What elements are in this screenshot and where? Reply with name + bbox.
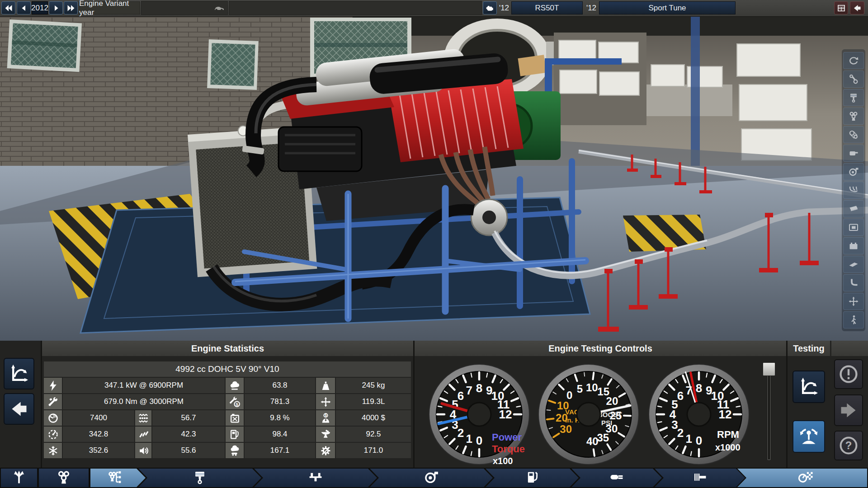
loudness-icon xyxy=(135,443,151,458)
stat-cooling: 352.6 xyxy=(63,443,134,458)
svg-text:1: 1 xyxy=(466,432,472,446)
toolbar-headers-button[interactable] xyxy=(843,182,864,199)
dyno-control-button[interactable] xyxy=(793,420,825,453)
max-rpm-icon xyxy=(44,410,62,426)
testing-header: Testing xyxy=(788,341,830,356)
toolbar-walk-button[interactable] xyxy=(843,311,864,328)
tab-top-end[interactable] xyxy=(254,469,377,487)
dyno-control-icon xyxy=(799,427,819,446)
next-button[interactable] xyxy=(834,394,863,426)
dyno-graph-icon xyxy=(799,377,819,397)
back-button[interactable] xyxy=(850,1,864,14)
throttle-slider-handle[interactable] xyxy=(763,362,775,376)
svg-text:6: 6 xyxy=(458,389,464,403)
double-left-arrow-icon xyxy=(4,4,13,13)
torque-icon xyxy=(44,394,62,409)
toolbar-valve-cover-button[interactable] xyxy=(843,200,864,217)
svg-text:35: 35 xyxy=(597,432,609,444)
svg-text:8: 8 xyxy=(696,381,702,395)
cooling-icon xyxy=(44,443,62,458)
tab-engine-family[interactable] xyxy=(39,469,89,487)
battery-icon xyxy=(848,240,859,251)
tab-finish[interactable] xyxy=(655,469,745,487)
svg-text:20: 20 xyxy=(606,395,618,407)
back-arrow-icon xyxy=(853,4,862,13)
airbox-icon xyxy=(848,148,859,159)
dyno-graph-button[interactable] xyxy=(4,358,34,389)
car-model-segment xyxy=(141,1,228,15)
viewport-scene: DANGER xyxy=(0,17,868,341)
engine-button[interactable] xyxy=(483,1,497,14)
svg-text:2: 2 xyxy=(677,426,684,440)
variant-name-button[interactable]: Sport Tune xyxy=(599,1,736,14)
engine-testing-controls-panel: Engine Testing Controls 0123456789101112… xyxy=(415,341,786,468)
pipe-boot-icon xyxy=(848,277,859,288)
walk-person-icon xyxy=(848,314,859,325)
help-button[interactable] xyxy=(834,431,863,460)
variant-year-badge: '12 xyxy=(585,1,598,14)
throttle-slider-track[interactable] xyxy=(768,364,770,460)
testing-controls-header: Engine Testing Controls xyxy=(415,341,786,356)
service-cost-icon xyxy=(226,394,244,409)
tab-testing[interactable] xyxy=(737,469,867,487)
toolbar-move-button[interactable] xyxy=(843,293,864,310)
fuel-pump-icon xyxy=(524,469,540,485)
toolbar-pulley-button[interactable] xyxy=(843,126,864,143)
svg-text:x100: x100 xyxy=(493,456,513,466)
year-nav-label: Engine Variant year xyxy=(79,1,140,14)
year-prev-button[interactable] xyxy=(17,1,31,14)
back-to-design-button[interactable] xyxy=(4,393,34,425)
stat-max-rpm: 7400 xyxy=(63,410,134,426)
tab-fuel-system[interactable] xyxy=(486,469,579,487)
spreadsheet-icon xyxy=(837,4,846,13)
year-next-button[interactable] xyxy=(49,1,63,14)
toolbar-body-panel-button[interactable] xyxy=(843,256,864,273)
toolbar-airbox-button[interactable] xyxy=(843,145,864,162)
dyno-curves-button[interactable] xyxy=(793,371,825,403)
tab-engine-selector[interactable] xyxy=(1,469,37,487)
summary-button[interactable] xyxy=(834,1,848,14)
tab-bottom-end[interactable] xyxy=(138,469,261,487)
toolbar-pipe-boot-button[interactable] xyxy=(843,274,864,291)
svg-text:12: 12 xyxy=(499,408,512,421)
exhaust-icon xyxy=(609,469,624,485)
stat-octane: 98.4 xyxy=(245,427,315,442)
engine-block-icon xyxy=(848,111,859,122)
warning-button[interactable] xyxy=(834,359,863,389)
throttle-slider[interactable] xyxy=(763,362,774,461)
valve-cover-icon xyxy=(848,203,859,214)
right-arrow-icon xyxy=(52,4,60,12)
tab-aspiration[interactable] xyxy=(370,469,493,487)
svg-text:0: 0 xyxy=(696,434,702,447)
next-arrow-icon xyxy=(839,400,859,420)
engine-statistics-panel: Engine Statistics 4992 cc DOHC 5V 90° V1… xyxy=(42,341,413,468)
engine-family-button[interactable]: RS50T xyxy=(511,1,583,14)
engine-statistics-table: 4992 cc DOHC 5V 90° V10 347.1 kW @ 6900R… xyxy=(44,361,411,458)
engine-test-viewport[interactable]: DANGER xyxy=(0,17,868,341)
year-last-button[interactable] xyxy=(64,1,78,14)
pulley-icon xyxy=(848,129,859,140)
stat-economy: 63.8 xyxy=(245,378,315,393)
tab-exhaust[interactable] xyxy=(571,469,662,487)
engine-statistics-header: Engine Statistics xyxy=(42,341,413,356)
toolbar-battery-button[interactable] xyxy=(843,237,864,254)
trim-segment xyxy=(229,1,482,15)
smoothness-icon xyxy=(135,427,151,442)
svg-text:5: 5 xyxy=(577,383,583,395)
toolbar-camera-rotate-button[interactable] xyxy=(843,52,864,69)
material-cost-icon xyxy=(316,410,335,426)
tab-engine-variant[interactable] xyxy=(90,469,146,487)
toolbar-engine-bay-button[interactable] xyxy=(843,219,864,236)
svg-text:x1000: x1000 xyxy=(715,442,741,452)
toolbar-conrod-button[interactable] xyxy=(843,70,864,88)
svg-text:PSI: PSI xyxy=(601,419,612,427)
svg-text:Torque: Torque xyxy=(492,443,525,455)
toolbar-turbo-button[interactable] xyxy=(843,163,864,180)
toolbar-engine-block-button[interactable] xyxy=(843,108,864,125)
toolbar-piston-button[interactable] xyxy=(843,89,864,106)
bottom-tab-bar xyxy=(0,468,868,488)
engine-bay-icon xyxy=(848,222,859,233)
app-window: 2012 Engine Variant year '12 RS50T '12 S… xyxy=(0,0,868,488)
year-first-button[interactable] xyxy=(1,1,15,14)
help-icon xyxy=(839,436,859,455)
